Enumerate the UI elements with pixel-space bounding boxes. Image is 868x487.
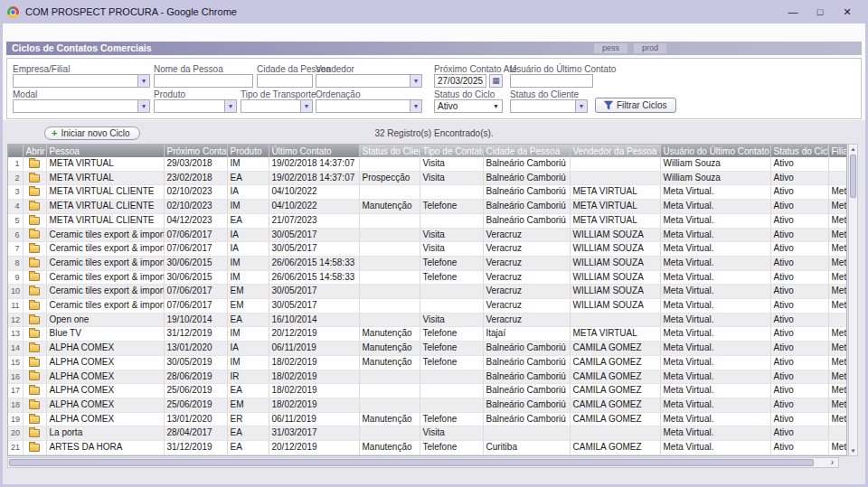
table-row[interactable]: 10Ceramic tiles export & import07/06/201…	[8, 285, 846, 299]
table-row[interactable]: 13Blue TV31/12/2019IM20/12/2019Manutençã…	[8, 327, 846, 342]
open-folder-icon[interactable]	[29, 273, 40, 281]
chevron-down-icon[interactable]: ▾	[300, 100, 312, 112]
table-row[interactable]: 11Ceramic tiles export & import07/06/201…	[8, 299, 846, 314]
table-row[interactable]: 21ARTES DA HORA31/12/2019EA20/12/2019Man…	[8, 441, 846, 455]
horizontal-scroll-thumb[interactable]	[9, 459, 814, 466]
column-header[interactable]: Abrir	[23, 145, 46, 157]
open-folder-icon[interactable]	[29, 217, 40, 225]
open-folder-icon[interactable]	[29, 372, 40, 380]
open-row-cell[interactable]	[23, 412, 46, 426]
table-row[interactable]: 9Ceramic tiles export & import30/06/2015…	[8, 270, 846, 285]
open-row-cell[interactable]	[23, 171, 46, 185]
column-header[interactable]: Último Contato	[269, 145, 359, 157]
open-folder-icon[interactable]	[29, 202, 40, 211]
table-row[interactable]: 19ALPHA COMEX13/01/2020ER06/11/2019Manut…	[8, 412, 846, 426]
scroll-right-icon[interactable]: ›	[826, 458, 838, 467]
produto-combo[interactable]: ▾	[154, 99, 237, 113]
scroll-down-icon[interactable]: ▼	[849, 446, 857, 455]
open-row-cell[interactable]	[23, 213, 46, 228]
open-folder-icon[interactable]	[29, 188, 40, 196]
status-cliente-combo[interactable]: ▾	[510, 99, 588, 113]
open-folder-icon[interactable]	[29, 174, 40, 183]
open-folder-icon[interactable]	[29, 429, 40, 437]
table-row[interactable]: 12Open one19/10/2014EA16/10/2014VisitaVe…	[8, 313, 846, 327]
calendar-icon[interactable]: ▦	[489, 74, 503, 88]
open-folder-icon[interactable]	[29, 160, 40, 168]
horizontal-scrollbar[interactable]: ›	[7, 457, 839, 468]
chevron-down-icon[interactable]: ▾	[410, 75, 421, 87]
chevron-down-icon[interactable]: ▼	[490, 100, 502, 112]
open-row-cell[interactable]	[23, 242, 46, 257]
table-row[interactable]: 17ALPHA COMEX25/06/2019EA18/02/2019Balne…	[8, 384, 846, 398]
proximo-contato-input[interactable]	[434, 74, 486, 88]
empresa-filial-combo[interactable]: ▾	[13, 74, 150, 88]
chevron-down-icon[interactable]: ▾	[137, 100, 149, 112]
open-row-cell[interactable]	[23, 228, 46, 242]
table-row[interactable]: 16ALPHA COMEX28/06/2019IR18/02/2019Balne…	[8, 370, 846, 384]
maximize-button[interactable]: □	[807, 0, 834, 23]
column-header[interactable]: Cidade da Pessoa	[483, 145, 570, 157]
minimize-button[interactable]: —	[779, 0, 807, 23]
column-header[interactable]: Próximo Contato	[164, 145, 227, 157]
nome-pessoa-input[interactable]	[154, 74, 253, 88]
open-folder-icon[interactable]	[29, 230, 40, 239]
table-row[interactable]: 20La porta28/04/2017EA31/03/2017VisitaMe…	[8, 426, 846, 441]
open-row-cell[interactable]	[23, 342, 46, 356]
open-folder-icon[interactable]	[29, 359, 40, 367]
open-row-cell[interactable]	[23, 200, 46, 214]
table-row[interactable]: 4META VIRTUAL CLIENTE02/10/2023IM04/10/2…	[8, 200, 846, 214]
column-header[interactable]: Vendedor da Pessoa	[570, 145, 660, 157]
open-folder-icon[interactable]	[29, 444, 40, 452]
table-row[interactable]: 7Ceramic tiles export & import07/06/2017…	[8, 242, 846, 257]
table-row[interactable]: 3META VIRTUAL CLIENTE02/10/2023IA04/10/2…	[8, 185, 846, 200]
chevron-down-icon[interactable]: ▾	[575, 100, 587, 112]
close-button[interactable]: ✕	[834, 0, 861, 23]
open-folder-icon[interactable]	[29, 387, 40, 395]
cidade-pessoa-input[interactable]	[257, 74, 313, 88]
table-row[interactable]: 1META VIRTUAL29/03/2018IM19/02/2018 14:3…	[8, 157, 846, 171]
open-folder-icon[interactable]	[29, 401, 40, 409]
chevron-down-icon[interactable]: ▾	[410, 100, 421, 112]
open-row-cell[interactable]	[23, 299, 46, 314]
open-row-cell[interactable]	[23, 384, 46, 398]
table-row[interactable]: 18ALPHA COMEX25/06/2019EM18/02/2019Balne…	[8, 398, 846, 412]
vertical-scrollbar[interactable]: ▲ ▼	[848, 144, 858, 456]
chevron-down-icon[interactable]: ▾	[224, 100, 236, 112]
column-header[interactable]: Produto	[227, 145, 269, 157]
usuario-ultimo-contato-input[interactable]	[510, 74, 593, 88]
open-row-cell[interactable]	[23, 185, 46, 200]
open-folder-icon[interactable]	[29, 344, 40, 352]
column-header[interactable]	[8, 145, 23, 157]
column-header[interactable]: Filial	[828, 145, 846, 157]
table-row[interactable]: 14ALPHA COMEX13/01/2020IA06/11/2019Manut…	[8, 342, 846, 356]
open-row-cell[interactable]	[23, 256, 46, 270]
open-row-cell[interactable]	[23, 270, 46, 285]
open-folder-icon[interactable]	[29, 245, 40, 253]
table-row[interactable]: 2META VIRTUAL23/02/2018EA19/02/2018 14:3…	[8, 171, 846, 185]
open-row-cell[interactable]	[23, 157, 46, 171]
column-header[interactable]: Status do Ciclo	[770, 145, 828, 157]
open-folder-icon[interactable]	[29, 287, 40, 295]
status-ciclo-select[interactable]: Ativo ▼	[434, 99, 503, 113]
open-folder-icon[interactable]	[29, 316, 40, 324]
table-row[interactable]: 6Ceramic tiles export & import07/06/2017…	[8, 228, 846, 242]
table-row[interactable]: 8Ceramic tiles export & import30/06/2015…	[8, 256, 846, 270]
open-folder-icon[interactable]	[29, 330, 40, 338]
open-row-cell[interactable]	[23, 327, 46, 342]
column-header[interactable]: Status do Cliente	[359, 145, 420, 157]
column-header[interactable]: Usuário do Último Contato	[660, 145, 770, 157]
ordenacao-combo[interactable]: ▾	[316, 99, 422, 113]
open-row-cell[interactable]	[23, 441, 46, 455]
open-folder-icon[interactable]	[29, 302, 40, 310]
filtrar-ciclos-button[interactable]: Filtrar Ciclos	[595, 98, 676, 113]
open-row-cell[interactable]	[23, 370, 46, 384]
chevron-down-icon[interactable]: ▾	[137, 75, 149, 87]
scroll-up-icon[interactable]: ▲	[849, 145, 857, 154]
column-header[interactable]: Pessoa	[46, 145, 164, 157]
open-row-cell[interactable]	[23, 355, 46, 370]
column-header[interactable]: Tipo de Contato	[420, 145, 483, 157]
open-folder-icon[interactable]	[29, 259, 40, 267]
vertical-scroll-thumb[interactable]	[850, 155, 856, 198]
open-row-cell[interactable]	[23, 426, 46, 441]
modal-combo[interactable]: ▾	[13, 99, 150, 113]
